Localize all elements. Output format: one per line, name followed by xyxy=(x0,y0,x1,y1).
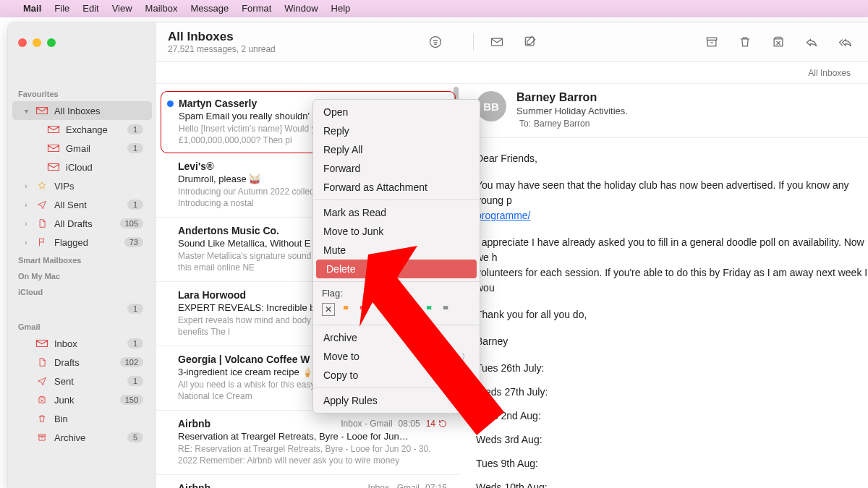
star-icon xyxy=(35,180,48,192)
sidebar-item-archive[interactable]: Archive 5 xyxy=(12,428,152,447)
ctx-delete[interactable]: Delete xyxy=(316,260,477,278)
sidebar-item-all-inboxes[interactable]: ▾ All Inboxes xyxy=(12,101,152,120)
reply-icon[interactable] xyxy=(801,32,822,52)
flag-color-icon[interactable] xyxy=(408,304,418,314)
inbox-icon xyxy=(35,338,48,349)
ctx-archive[interactable]: Archive xyxy=(313,328,480,347)
sent-icon xyxy=(35,375,48,387)
flag-color-icon[interactable] xyxy=(358,304,368,314)
sidebar-item-flagged[interactable]: › Flagged 73 xyxy=(12,233,152,252)
doc-icon xyxy=(35,356,48,368)
sidebar-item[interactable]: 1 xyxy=(12,299,152,318)
message-row[interactable]: AirbnbInbox - Gmail08:0514 Reservation a… xyxy=(156,411,460,475)
filter-icon[interactable] xyxy=(425,32,446,52)
sidebar-item-all-sent[interactable]: › All Sent 1 xyxy=(12,195,152,214)
sidebar-item-exchange[interactable]: Exchange 1 xyxy=(12,120,152,139)
sidebar-item-label: Gmail xyxy=(66,143,122,154)
inbox-icon xyxy=(35,105,48,116)
ctx-copy-to[interactable]: Copy to〉 xyxy=(313,366,480,385)
flag-color-icon[interactable] xyxy=(341,304,352,314)
sidebar-badge: 102 xyxy=(120,357,143,367)
menubar-mailbox[interactable]: Mailbox xyxy=(145,3,178,14)
sidebar-item-label: Exchange xyxy=(66,124,122,135)
close-window-button[interactable] xyxy=(18,38,27,47)
trash-icon xyxy=(35,413,48,424)
message-preview: RE: Reservation at Treargel Retreats, By… xyxy=(178,443,447,466)
window-traffic-lights xyxy=(8,22,156,62)
sidebar-item-vips[interactable]: › VIPs xyxy=(12,176,152,195)
flag-clear-button[interactable]: ✕ xyxy=(322,303,335,316)
menubar-app[interactable]: Mail xyxy=(23,3,41,14)
svg-point-0 xyxy=(430,37,441,48)
trash-icon[interactable] xyxy=(735,32,755,52)
flag-color-icon[interactable] xyxy=(425,304,435,314)
context-menu[interactable]: OpenReplyReply AllForwardForward as Atta… xyxy=(312,99,480,414)
menubar-window[interactable]: Window xyxy=(284,3,318,14)
reader-to: To:Barney Barron xyxy=(516,119,628,129)
breadcrumb[interactable]: All Inboxes xyxy=(460,62,868,84)
ctx-forward[interactable]: Forward xyxy=(313,159,480,178)
sidebar-item-drafts[interactable]: Drafts 102 xyxy=(12,353,152,372)
sidebar-section-title: Smart Mailboxes xyxy=(8,252,156,267)
flag-color-icon[interactable] xyxy=(375,304,385,314)
ctx-reply[interactable]: Reply xyxy=(313,121,480,140)
ctx-move-to[interactable]: Move to〉 xyxy=(313,347,480,366)
compose-icon[interactable] xyxy=(520,32,540,52)
sidebar-item-sent[interactable]: Sent 1 xyxy=(12,372,152,390)
menubar-file[interactable]: File xyxy=(54,3,69,14)
sidebar-item-gmail[interactable]: Gmail 1 xyxy=(12,139,152,158)
sidebar-item-label: Sent xyxy=(54,376,122,387)
sidebar-item-bin[interactable]: Bin xyxy=(12,409,152,428)
reader-date-line: Weds 10th Aug: xyxy=(476,480,868,488)
reader-summary: Summer Holiday Activities. xyxy=(516,106,628,116)
ctx-apply-rules[interactable]: Apply Rules xyxy=(313,391,480,410)
sidebar-item-junk[interactable]: Junk 150 xyxy=(12,390,152,409)
junk-icon[interactable] xyxy=(768,32,788,52)
sidebar-badge: 1 xyxy=(127,200,143,210)
menubar-help[interactable]: Help xyxy=(331,3,351,14)
junk-icon xyxy=(35,394,48,406)
inbox-icon xyxy=(47,142,60,154)
chevron-icon: › xyxy=(22,182,30,190)
reader-link[interactable]: programme/ xyxy=(476,210,530,221)
message-row[interactable]: AirbnbInbox - Gmail07:15 Reservation rem… xyxy=(156,475,460,488)
ctx-reply-all[interactable]: Reply All xyxy=(313,140,480,159)
ctx-forward-as-attachment[interactable]: Forward as Attachment xyxy=(313,178,480,197)
sidebar-section-title: iCloud xyxy=(8,283,156,299)
flag-color-icon[interactable] xyxy=(391,304,401,314)
sidebar-badge: 5 xyxy=(127,432,143,442)
sidebar-item-label: All Drafts xyxy=(54,218,114,229)
sidebar-item-all-drafts[interactable]: › All Drafts 105 xyxy=(12,214,152,233)
sidebar-badge: 1 xyxy=(127,338,143,348)
sidebar-item-label: Archive xyxy=(54,432,122,443)
sidebar-item-inbox[interactable]: Inbox 1 xyxy=(12,334,152,353)
mailbox-title: All Inboxes xyxy=(168,30,276,44)
ctx-open[interactable]: Open xyxy=(313,103,480,121)
reply-all-icon[interactable] xyxy=(835,32,855,52)
sidebar-item-label: Flagged xyxy=(54,237,119,248)
ctx-mark-as-read[interactable]: Mark as Read xyxy=(313,203,480,222)
minimize-window-button[interactable] xyxy=(33,38,41,47)
envelope-icon[interactable] xyxy=(487,32,507,52)
sidebar-item-icloud[interactable]: iCloud xyxy=(12,158,152,176)
thread-count: 14 xyxy=(426,419,447,429)
menubar-message[interactable]: Message xyxy=(190,3,229,14)
sidebar-item-label: All Sent xyxy=(54,200,122,210)
avatar: BB xyxy=(476,91,506,121)
sidebar-section-title: Gmail xyxy=(8,318,156,334)
menubar-format[interactable]: Format xyxy=(242,3,271,14)
archive-icon[interactable] xyxy=(702,32,722,52)
chevron-icon: › xyxy=(22,201,30,209)
macos-menubar[interactable]: Mail File Edit View Mailbox Message Form… xyxy=(0,0,868,17)
svg-rect-1 xyxy=(492,38,503,46)
menubar-view[interactable]: View xyxy=(112,3,132,14)
menubar-edit[interactable]: Edit xyxy=(82,3,98,14)
chevron-icon: › xyxy=(22,220,30,228)
sidebar: Favourites▾ All Inboxes Exchange 1 Gmail… xyxy=(8,84,156,488)
sidebar-item-label: All Inboxes xyxy=(54,106,143,116)
ctx-mute[interactable]: Mute xyxy=(313,241,480,260)
flag-color-icon[interactable] xyxy=(441,304,451,314)
chevron-icon: › xyxy=(22,239,30,247)
zoom-window-button[interactable] xyxy=(47,38,56,47)
ctx-move-to-junk[interactable]: Move to Junk xyxy=(313,222,480,241)
